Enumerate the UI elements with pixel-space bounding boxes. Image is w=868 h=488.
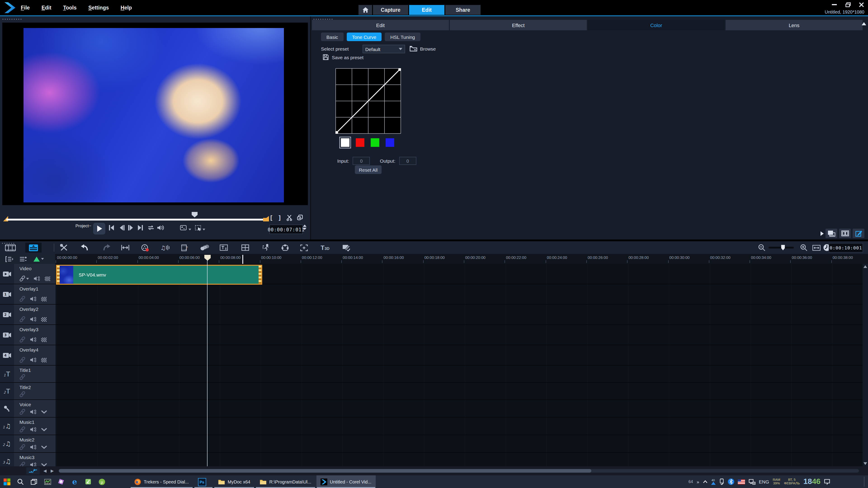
subtitle-options-icon[interactable] (218, 242, 230, 253)
track-header[interactable]: Music3 (13, 453, 56, 466)
sound-mixer-icon[interactable]: ♫ (159, 242, 171, 253)
taskbar-app-button[interactable]: MyDoc x64 (214, 475, 254, 488)
go-to-start-button[interactable] (108, 225, 114, 230)
color-subtab[interactable]: HSL Tuning (385, 33, 421, 41)
net-meter-icon[interactable]: 40 (711, 479, 715, 485)
track-type-icon[interactable]: 2 2T 2♫ (0, 435, 13, 452)
horizontal-scrollbar-thumb[interactable] (59, 469, 591, 473)
transparency-grid-icon[interactable] (41, 358, 46, 362)
transparency-grid-icon[interactable] (41, 297, 46, 301)
split-screen-template-icon[interactable] (239, 242, 251, 253)
clip-trim-right-handle[interactable] (258, 266, 261, 284)
track-row[interactable]: 1 1T 1♫ Overlay1 (0, 284, 868, 304)
track-header[interactable]: Overlay2 (13, 304, 56, 324)
track-lane[interactable] (56, 453, 868, 466)
fit-timeline-icon[interactable] (811, 242, 822, 253)
speaker-icon[interactable] (30, 462, 36, 466)
trim-bar[interactable] (6, 219, 263, 221)
track-lane[interactable] (56, 418, 868, 435)
add-remove-track-icon[interactable] (20, 256, 27, 262)
track-row[interactable]: 3 3T 3♫ Overlay3 (0, 325, 868, 345)
speaker-icon[interactable] (30, 357, 36, 362)
zoom-slider-thumb[interactable] (781, 245, 785, 250)
speaker-icon[interactable] (30, 296, 36, 301)
speaker-icon[interactable] (30, 410, 36, 414)
transparency-grid-icon[interactable] (41, 337, 46, 342)
select-area-button[interactable] (195, 225, 205, 231)
repeat-button[interactable] (147, 225, 155, 230)
track-type-icon[interactable]: 4 4T 4♫ (0, 345, 13, 365)
scroll-left-icon[interactable]: ◀ (43, 468, 46, 473)
edge-icon[interactable]: e (68, 475, 81, 488)
timecode-spinner[interactable] (303, 225, 307, 230)
transparency-grid-icon[interactable] (41, 317, 46, 322)
link-icon[interactable] (20, 462, 25, 466)
go-to-end-button[interactable] (137, 225, 143, 230)
previous-frame-button[interactable] (119, 225, 125, 230)
track-lane[interactable] (56, 325, 868, 345)
storyboard-view-icon[interactable] (4, 242, 16, 253)
speaker-icon[interactable] (34, 276, 40, 281)
library-view-icon[interactable] (826, 229, 837, 238)
track-header[interactable]: Video (13, 264, 56, 284)
mask-creator-icon[interactable] (279, 242, 291, 253)
save-as-preset-button[interactable]: Save as preset (323, 54, 364, 60)
link-icon[interactable] (20, 444, 25, 450)
reset-all-button[interactable]: Reset All (355, 165, 381, 174)
project-mode[interactable]: Project− (62, 223, 91, 229)
language-label[interactable]: ENG (759, 479, 769, 484)
ruler-cue-marker[interactable] (242, 255, 243, 264)
3d-title-editor-icon[interactable]: T3D (318, 242, 332, 253)
edit-pencil-icon[interactable] (852, 229, 864, 238)
panel-divider[interactable] (0, 239, 868, 241)
track-lane[interactable] (56, 400, 868, 417)
panel-tab[interactable]: Lens (725, 20, 863, 30)
tone-curve-editor[interactable] (336, 68, 401, 134)
link-icon[interactable] (20, 374, 25, 380)
horizontal-scrollbar[interactable] (59, 469, 859, 473)
zoom-n-pan-icon[interactable] (298, 242, 310, 253)
start-button[interactable] (0, 475, 13, 488)
scroll-mode-icon[interactable] (26, 467, 40, 475)
taskbar-app-button[interactable]: Trekers - Speed Dial... (130, 475, 193, 488)
channel-swatch[interactable] (385, 138, 394, 147)
track-type-icon[interactable]: 3 3T 3♫ (0, 453, 13, 466)
dual-view-icon[interactable] (839, 229, 851, 238)
track-header[interactable]: Music2 (13, 435, 56, 452)
track-header[interactable]: Title1 (13, 365, 56, 382)
trim-end-handle[interactable] (263, 216, 269, 221)
restore-button[interactable] (845, 2, 851, 7)
split-clip-icon[interactable] (286, 215, 292, 221)
track-row[interactable]: 3 3T 3♫ Music3 (0, 453, 868, 466)
track-lane[interactable] (56, 304, 868, 324)
undo-icon[interactable] (79, 242, 90, 253)
preview-size-button[interactable] (180, 225, 191, 231)
waveform-toggle-icon[interactable] (41, 428, 47, 431)
channel-swatch[interactable] (356, 138, 364, 147)
overlay-options-icon[interactable] (199, 242, 211, 253)
search-icon[interactable] (13, 475, 27, 488)
track-type-icon[interactable]: 3 3T 3♫ (0, 325, 13, 345)
track-lane[interactable] (56, 365, 868, 382)
timeline-clip[interactable]: SP-V04.wmv (56, 265, 262, 285)
speaker-icon[interactable] (30, 337, 36, 342)
purple-app-icon[interactable] (54, 475, 68, 488)
track-row[interactable]: T ♫ Voice (0, 400, 868, 418)
menu-item[interactable]: Edit (41, 5, 51, 10)
preview-scrubber[interactable] (192, 212, 197, 217)
track-row[interactable]: 4 4T 4♫ Overlay4 (0, 345, 868, 365)
track-row[interactable]: 2 2T 2♫ Music2 (0, 435, 868, 453)
link-icon[interactable] (20, 391, 25, 397)
zoom-out-icon[interactable] (756, 242, 768, 253)
track-header[interactable]: Music1 (13, 418, 56, 435)
customize-toolbar-icon[interactable] (58, 242, 70, 253)
mark-out-icon[interactable]: ] (279, 214, 281, 221)
channel-swatch[interactable] (371, 138, 379, 147)
browse-button[interactable]: Browse (410, 46, 436, 52)
notepad-plus-plus-icon[interactable] (81, 475, 95, 488)
chevron-right-icon[interactable]: » (697, 479, 699, 484)
track-lane[interactable] (56, 345, 868, 365)
track-type-icon[interactable]: 2 2T 2♫ (0, 383, 13, 399)
clip-trim-left-handle[interactable] (57, 266, 60, 284)
timeline-zoom-slider[interactable] (769, 247, 794, 249)
